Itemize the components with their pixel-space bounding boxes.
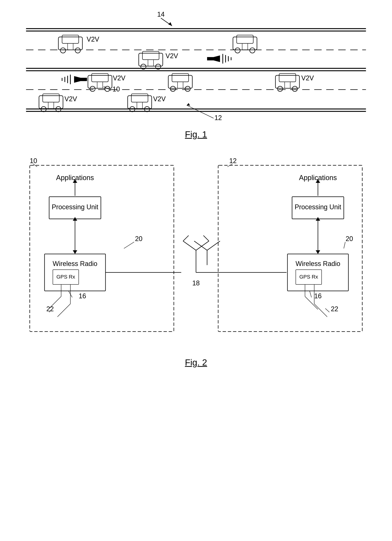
svg-line-97 (203, 235, 209, 241)
ref12-label: 12 (214, 114, 222, 122)
v2v-bot-left: V2V (113, 74, 125, 82)
fig1-container: 14 (21, 11, 371, 126)
svg-rect-23 (142, 51, 159, 60)
fig2-svg: 10 12 Applications Processing Unit (21, 151, 371, 354)
svg-line-99 (194, 241, 207, 250)
v2-gps-label: GPS Rx (299, 274, 318, 280)
svg-line-94 (183, 241, 196, 250)
v2-proc-label: Processing Unit (295, 203, 341, 211)
svg-point-55 (277, 86, 283, 91)
svg-line-96 (183, 235, 189, 241)
svg-point-56 (292, 86, 298, 91)
v1-ref22: 22 (46, 305, 54, 313)
svg-marker-72 (187, 103, 190, 106)
svg-point-13 (75, 48, 80, 53)
svg-rect-29 (207, 57, 220, 60)
svg-line-117 (325, 308, 329, 312)
svg-line-91 (57, 304, 70, 317)
svg-rect-48 (172, 73, 189, 82)
svg-marker-1 (168, 22, 172, 26)
svg-point-12 (60, 48, 66, 53)
v2v-bot-lower-left: V2V (64, 95, 77, 103)
svg-rect-54 (279, 73, 296, 82)
v2-ref22: 22 (331, 305, 338, 313)
svg-rect-66 (131, 94, 148, 102)
svg-rect-17 (237, 35, 253, 43)
ref14-label: 14 (157, 11, 165, 18)
v2-ref16: 16 (314, 292, 322, 300)
svg-rect-11 (62, 35, 79, 43)
svg-rect-41 (92, 73, 108, 82)
page: 14 (0, 0, 392, 541)
fig2-container: 10 12 Applications Processing Unit (21, 151, 371, 354)
svg-marker-107 (316, 250, 320, 254)
svg-point-49 (170, 86, 176, 91)
svg-point-19 (250, 48, 255, 53)
fig1-svg: 14 (21, 11, 371, 126)
v1-ref10: 10 (30, 157, 37, 165)
svg-line-111 (344, 242, 345, 248)
center-ref18: 18 (192, 279, 200, 287)
svg-line-116 (314, 304, 327, 317)
v1-ref20: 20 (135, 235, 142, 243)
ref10-label: 10 (113, 85, 120, 93)
v2v-middle: V2V (166, 52, 178, 60)
v2v-bot-lower-center: V2V (153, 95, 166, 103)
svg-line-95 (196, 241, 209, 250)
v2-ref20: 20 (346, 235, 353, 243)
v1-proc-label: Processing Unit (52, 203, 98, 211)
v1-radio-label: Wireless Radio (53, 260, 97, 267)
fig1-label-text: Fig. 1 (185, 130, 207, 139)
fig2-label-text: Fig. 2 (185, 358, 207, 367)
svg-point-18 (235, 48, 240, 53)
v2v-bot-right: V2V (301, 74, 314, 82)
v1-ref16: 16 (79, 292, 86, 300)
svg-point-42 (90, 86, 95, 91)
svg-line-112 (310, 291, 311, 297)
fig2-caption: Fig. 2 (11, 357, 381, 368)
svg-rect-60 (43, 94, 59, 102)
svg-rect-75 (218, 165, 362, 332)
v2-ref12: 12 (229, 157, 237, 165)
svg-point-50 (185, 86, 190, 91)
v1-gps-label: GPS Rx (56, 274, 75, 280)
svg-point-43 (105, 86, 110, 91)
svg-rect-109 (287, 254, 348, 291)
fig1-caption: Fig. 1 (11, 129, 381, 140)
v2-radio-label: Wireless Radio (296, 260, 340, 267)
svg-rect-35 (74, 78, 87, 81)
svg-rect-83 (45, 254, 105, 291)
v2v-top1: V2V (87, 36, 99, 43)
svg-marker-81 (73, 250, 77, 254)
svg-line-85 (124, 242, 134, 248)
